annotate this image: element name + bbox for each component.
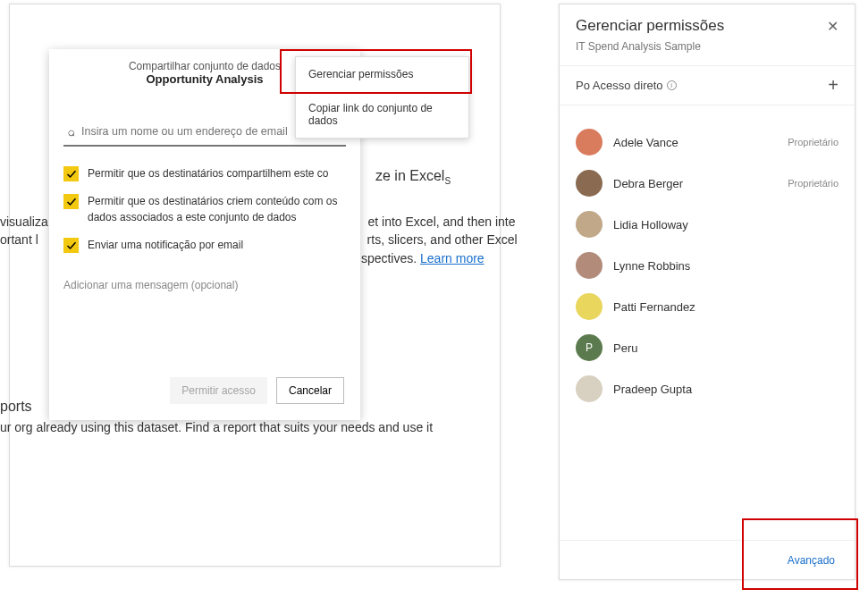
user-name: Lidia Holloway bbox=[613, 218, 839, 231]
info-icon[interactable]: i bbox=[667, 80, 677, 90]
tab-direct-access[interactable]: Po Acesso direto i bbox=[576, 79, 677, 92]
avatar bbox=[576, 129, 603, 156]
user-row[interactable]: Debra BergerProprietário bbox=[576, 170, 839, 197]
user-row[interactable]: Patti Fernandez bbox=[576, 293, 839, 320]
user-row[interactable]: Lynne Robbins bbox=[576, 252, 839, 279]
user-name: Debra Berger bbox=[613, 177, 777, 190]
line2b: rts, slicers, and other Excel bbox=[367, 232, 518, 247]
panel-header: Gerenciar permissões ✕ bbox=[560, 4, 855, 40]
tab-label: Po Acesso direto bbox=[576, 79, 663, 92]
grant-access-button[interactable]: Permitir acesso bbox=[170, 377, 267, 404]
user-row[interactable]: Adele VanceProprietário bbox=[576, 129, 839, 156]
avatar bbox=[576, 252, 603, 279]
line1a: visualiza bbox=[0, 215, 48, 229]
avatar bbox=[576, 293, 603, 320]
avatar bbox=[576, 375, 603, 402]
manage-permissions-panel: Gerenciar permissões ✕ IT Spend Analysis… bbox=[559, 4, 855, 580]
menu-manage-permissions[interactable]: Gerenciar permissões bbox=[296, 57, 468, 91]
dialog-button-row: Permitir acesso Cancelar bbox=[170, 377, 344, 404]
bg-reports-text: ur org already using this dataset. Find … bbox=[0, 420, 572, 434]
user-role: Proprietário bbox=[788, 137, 839, 147]
avatar bbox=[576, 211, 603, 238]
message-textarea[interactable]: Adicionar uma mensagem (opcional) bbox=[63, 279, 346, 291]
user-role: Proprietário bbox=[788, 178, 839, 189]
user-name: Patti Fernandez bbox=[613, 300, 839, 314]
checkbox-email[interactable] bbox=[63, 238, 79, 253]
user-name: Lynne Robbins bbox=[613, 259, 839, 273]
checkbox-build-label: Permitir que os destinatários criem cont… bbox=[88, 194, 346, 225]
checkbox-email-row[interactable]: Enviar uma notificação por email bbox=[63, 238, 346, 253]
user-name: Adele Vance bbox=[613, 136, 777, 149]
check-icon bbox=[66, 240, 77, 251]
user-row[interactable]: PPeru bbox=[576, 334, 839, 361]
panel-tab-row: Po Acesso direto i + bbox=[560, 65, 855, 105]
line1b: et into Excel, and then inte bbox=[367, 215, 515, 229]
close-icon[interactable]: ✕ bbox=[827, 18, 839, 35]
panel-footer: Avançado bbox=[560, 540, 855, 579]
line2a: ortant l bbox=[0, 232, 38, 247]
check-icon bbox=[66, 197, 77, 207]
add-user-button[interactable]: + bbox=[828, 75, 839, 96]
search-icon: ⌕ bbox=[63, 124, 80, 139]
learn-more-link[interactable]: Learn more bbox=[420, 251, 485, 265]
check-icon bbox=[66, 169, 77, 180]
user-row[interactable]: Pradeep Gupta bbox=[576, 375, 839, 402]
avatar: P bbox=[576, 334, 603, 361]
panel-subtitle: IT Spend Analysis Sample bbox=[560, 40, 855, 65]
bg-reports-heading: ports bbox=[0, 399, 32, 415]
checkbox-email-label: Enviar uma notificação por email bbox=[88, 238, 243, 253]
checkbox-reshare-row[interactable]: Permitir que os destinatários compartilh… bbox=[63, 166, 346, 181]
advanced-link[interactable]: Avançado bbox=[788, 554, 835, 567]
avatar bbox=[576, 170, 603, 197]
checkbox-reshare-label: Permitir que os destinatários compartilh… bbox=[88, 166, 328, 181]
checkbox-reshare[interactable] bbox=[63, 166, 79, 181]
user-list: Adele VanceProprietárioDebra BergerPropr… bbox=[560, 105, 855, 425]
checkbox-build[interactable] bbox=[63, 194, 79, 209]
user-row[interactable]: Lidia Holloway bbox=[576, 211, 839, 238]
cancel-button[interactable]: Cancelar bbox=[276, 377, 344, 404]
user-name: Peru bbox=[613, 341, 839, 355]
line3: spectives. bbox=[361, 251, 420, 265]
text: ze in Excel bbox=[375, 168, 444, 183]
checkbox-build-row[interactable]: Permitir que os destinatários criem cont… bbox=[63, 194, 346, 225]
bg-excel-heading: ze in ExcelS bbox=[375, 168, 451, 186]
menu-copy-link[interactable]: Copiar link do conjunto de dados bbox=[296, 91, 468, 138]
user-name: Pradeep Gupta bbox=[613, 383, 839, 396]
more-options-menu: Gerenciar permissões Copiar link do conj… bbox=[295, 56, 469, 139]
panel-title: Gerenciar permissões bbox=[576, 17, 724, 35]
